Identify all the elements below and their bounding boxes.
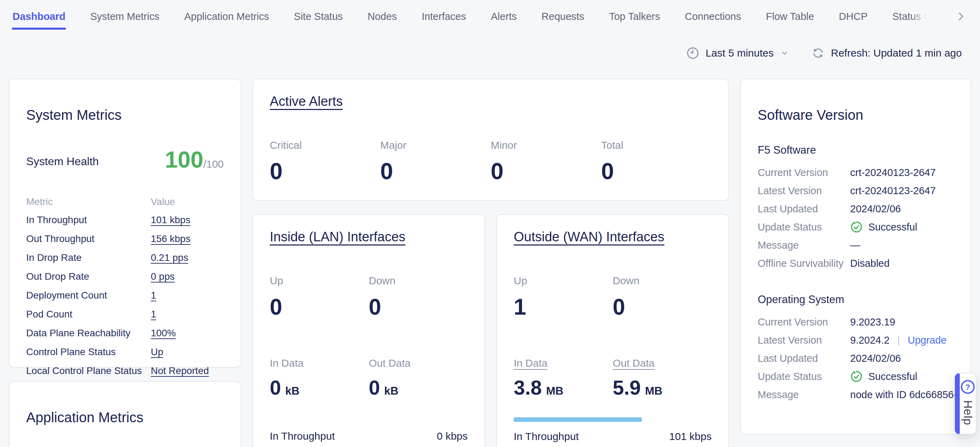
column-header-value: Value — [151, 196, 224, 208]
sw-row-label: Latest Version — [758, 185, 850, 196]
tab-status-objects[interactable]: Status Ob — [892, 11, 928, 30]
active-alerts-title-link[interactable]: Active Alerts — [270, 94, 343, 109]
lan-in-data-label: In Data — [270, 357, 369, 369]
table-row: Pod Count 1 — [26, 305, 224, 324]
software-version-card: Software Version F5 Software Current Ver… — [740, 78, 971, 435]
wan-up-stat: Up 1 — [514, 275, 613, 318]
metric-value-link[interactable]: 100% — [151, 327, 176, 339]
sw-update-status-text: Successful — [868, 221, 917, 233]
sw-row: Current Version crt-20240123-2647 — [758, 163, 954, 182]
lan-data-grid: In Data 0 kB Out Data 0 kB — [270, 357, 468, 398]
sw-row: Latest Version crt-20240123-2647 — [758, 182, 954, 200]
wan-in-throughput-row: In Throughput 101 kbps — [514, 429, 712, 444]
tab-alerts[interactable]: Alerts — [491, 11, 517, 30]
metric-label: Out Throughput — [26, 233, 151, 244]
alert-stat-label: Total — [601, 139, 712, 151]
upgrade-link[interactable]: Upgrade — [908, 335, 947, 346]
alert-stat-value: 0 — [380, 160, 491, 183]
metric-value-link[interactable]: 0.21 pps — [151, 252, 188, 263]
metric-label: Data Plane Reachability — [26, 327, 151, 339]
sw-row: Message — — [758, 236, 954, 254]
tab-nodes[interactable]: Nodes — [368, 11, 397, 30]
lan-down-value: 0 — [369, 296, 468, 318]
lan-updown-grid: Up 0 Down 0 — [270, 275, 468, 318]
metric-value-link[interactable]: Not Reported — [151, 365, 209, 377]
wan-out-data-stat: Out Data 5.9 MB — [613, 357, 712, 398]
alert-stat-label: Minor — [491, 139, 601, 151]
dashboard-toolbar: Last 5 minutes Refresh: Updated 1 min ag… — [686, 43, 962, 64]
tab-flow-table[interactable]: Flow Table — [766, 11, 814, 30]
table-row: Data Plane Reachability 100% — [26, 324, 224, 343]
tab-interfaces[interactable]: Interfaces — [422, 11, 466, 30]
tab-dashboard[interactable]: Dashboard — [13, 11, 65, 30]
system-health-max: /100 — [204, 158, 224, 170]
lan-in-throughput-label: In Throughput — [270, 430, 335, 442]
divider: | — [897, 334, 900, 346]
alert-stat-label: Critical — [270, 139, 380, 151]
active-alerts-card: Active Alerts Critical 0 Major 0 Minor 0… — [252, 78, 729, 201]
tab-site-status[interactable]: Site Status — [294, 11, 343, 30]
system-health-row: System Health 100/100 — [26, 149, 224, 171]
sw-row-label: Last Updated — [758, 203, 850, 215]
help-tab[interactable]: ? Help — [955, 373, 977, 434]
sw-row-value: crt-20240123-2647 — [850, 167, 954, 179]
middle-column: Active Alerts Critical 0 Major 0 Minor 0… — [252, 78, 729, 447]
wan-out-data-link[interactable]: Out Data — [613, 357, 655, 369]
sw-row-value: — — [850, 239, 954, 251]
lan-in-data-value: 0 kB — [270, 377, 369, 398]
refresh-control[interactable]: Refresh: Updated 1 min ago — [811, 46, 962, 60]
wan-in-throughput-bar — [514, 417, 642, 422]
metric-value-link[interactable]: 1 — [151, 309, 156, 320]
tab-dhcp[interactable]: DHCP — [839, 11, 868, 30]
lan-out-data-label: Out Data — [369, 357, 468, 369]
sw-row-label: Update Status — [758, 371, 850, 382]
chevron-right-icon — [955, 11, 967, 22]
wan-throughput-block: In Throughput 101 kbps Out Throughput 15… — [514, 417, 712, 447]
metric-value-link[interactable]: Up — [151, 346, 163, 358]
wan-down-value: 0 — [613, 296, 712, 318]
sw-row-label: Offline Survivability — [758, 258, 850, 269]
tab-top-talkers[interactable]: Top Talkers — [609, 11, 660, 30]
metric-value-link[interactable]: 101 kbps — [151, 214, 191, 226]
help-tab-label: Help — [961, 400, 974, 425]
metric-value-link[interactable]: 0 pps — [151, 271, 175, 282]
sw-row-label: Current Version — [758, 167, 850, 179]
wan-interfaces-title-link[interactable]: Outside (WAN) Interfaces — [514, 230, 665, 245]
metric-label: Deployment Count — [26, 290, 151, 301]
alert-stat-label: Major — [380, 139, 491, 151]
time-range-selector[interactable]: Last 5 minutes — [686, 46, 789, 60]
lan-down-label: Down — [369, 275, 468, 287]
metric-value-link[interactable]: 1 — [151, 290, 156, 301]
lan-interfaces-card: Inside (LAN) Interfaces Up 0 Down 0 In D… — [252, 214, 485, 447]
wan-in-data-stat: In Data 3.8 MB — [514, 357, 613, 398]
table-row: Local Control Plane Status Not Reported — [26, 361, 224, 380]
system-metrics-table-header: Metric Value — [26, 193, 224, 211]
alert-stat-critical: Critical 0 — [270, 139, 380, 183]
left-column: System Metrics System Health 100/100 Met… — [9, 78, 241, 447]
table-row: In Throughput 101 kbps — [26, 211, 224, 230]
tab-system-metrics[interactable]: System Metrics — [90, 11, 159, 30]
tab-application-metrics[interactable]: Application Metrics — [184, 11, 269, 30]
wan-down-label: Down — [613, 275, 712, 287]
sw-row-label: Last Updated — [758, 353, 850, 364]
clock-icon — [686, 46, 699, 60]
alert-stat-value: 0 — [270, 160, 380, 183]
svg-text:?: ? — [965, 383, 970, 391]
nav-scroll-right-button[interactable] — [955, 11, 967, 22]
success-check-icon — [850, 221, 863, 233]
tab-connections[interactable]: Connections — [685, 11, 741, 30]
sw-row: Last Updated 2024/02/06 — [758, 200, 954, 218]
wan-interfaces-card: Outside (WAN) Interfaces Up 1 Down 0 In … — [496, 214, 729, 447]
metric-label: In Throughput — [26, 214, 151, 226]
metric-label: In Drop Rate — [26, 252, 151, 263]
table-row: Out Throughput 156 kbps — [26, 230, 224, 248]
application-metrics-card: Application Metrics Application Health 1… — [9, 381, 241, 447]
system-metrics-title: System Metrics — [26, 107, 224, 123]
tab-requests[interactable]: Requests — [542, 11, 585, 30]
dashboard-content: System Metrics System Health 100/100 Met… — [9, 78, 971, 447]
sw-row: Update Status Successful — [758, 218, 954, 236]
wan-in-data-link[interactable]: In Data — [514, 357, 547, 369]
success-check-icon — [850, 370, 863, 383]
metric-value-link[interactable]: 156 kbps — [151, 233, 191, 244]
lan-interfaces-title-link[interactable]: Inside (LAN) Interfaces — [270, 230, 406, 245]
